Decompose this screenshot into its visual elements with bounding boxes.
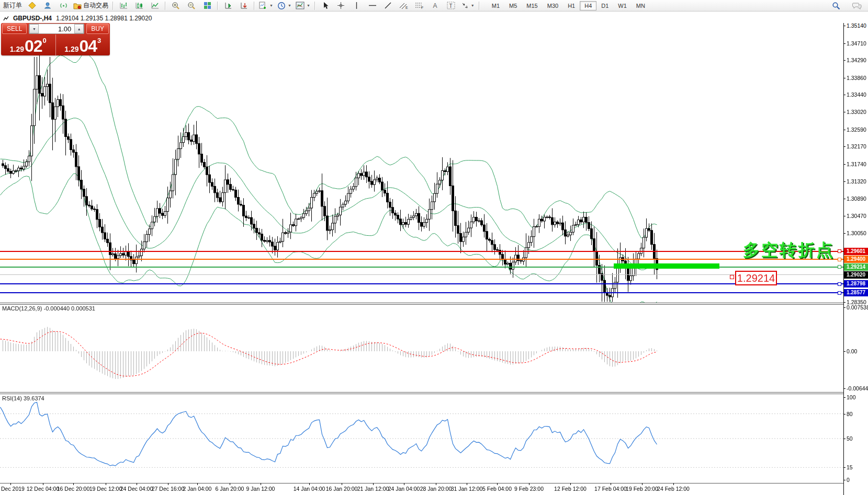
svg-text:E: E <box>405 6 408 9</box>
timeframe-button-mn[interactable]: MN <box>632 1 650 10</box>
price-level-line[interactable] <box>0 259 843 260</box>
toolbar-separator <box>479 2 480 10</box>
panel-separator[interactable] <box>0 303 843 305</box>
cursor-icon[interactable] <box>318 0 333 11</box>
highlight-zone[interactable] <box>614 263 719 269</box>
rsi-axis-tick <box>843 414 846 415</box>
new-chart-button[interactable]: ▼ <box>257 0 275 11</box>
signals-icon[interactable] <box>55 0 71 11</box>
search-icon[interactable] <box>828 0 844 11</box>
trendline-icon[interactable] <box>380 0 396 11</box>
level-endpoint-marker[interactable] <box>838 265 841 269</box>
main-toolbar: 新订单 自动交易 <box>0 0 868 11</box>
vertical-line-icon[interactable] <box>349 0 365 11</box>
volume-decrease-button[interactable]: ▼ <box>29 24 39 33</box>
price-level-line[interactable] <box>0 292 843 293</box>
time-axis-tick <box>467 483 467 485</box>
volume-input[interactable] <box>39 25 74 33</box>
chevron-down-icon: ▼ <box>471 4 475 7</box>
gold-icon[interactable] <box>24 0 40 11</box>
arrows-tool-icon[interactable]: ▼ <box>459 0 477 11</box>
level-endpoint-marker[interactable] <box>838 282 841 286</box>
panel-separator[interactable] <box>0 392 843 394</box>
sell-button[interactable]: SELL <box>2 24 27 34</box>
timeframe-button-h4[interactable]: H4 <box>580 1 596 10</box>
zoom-in-icon[interactable] <box>168 0 184 11</box>
tile-windows-icon[interactable] <box>199 0 215 11</box>
time-axis-label: 16 Dec 20:00 <box>57 486 89 492</box>
price-axis-tick <box>843 233 846 234</box>
time-axis-label: 2 Jan 04:00 <box>183 486 212 492</box>
zoom-out-icon[interactable] <box>184 0 199 11</box>
price-axis-label: 1.32170 <box>847 143 868 149</box>
toolbar-separator <box>112 2 114 10</box>
timeframe-button-d1[interactable]: D1 <box>596 1 613 10</box>
level-endpoint-marker[interactable] <box>838 249 841 253</box>
indicator-window2-icon[interactable] <box>236 0 252 11</box>
equidistant-channel-icon[interactable]: E <box>396 0 412 11</box>
time-axis-label: Dec 2019 <box>1 486 25 492</box>
time-axis-tick <box>373 483 374 485</box>
price-axis-label: 1.34710 <box>847 40 868 47</box>
fibonacci-icon[interactable]: F <box>412 0 427 11</box>
price-axis-tick <box>843 130 846 130</box>
new-order-button[interactable]: 新订单 <box>1 0 24 11</box>
time-axis-tick <box>404 483 404 485</box>
macd-axis-tick <box>843 388 846 389</box>
level-endpoint-marker[interactable] <box>838 291 841 295</box>
time-axis-tick <box>73 483 74 485</box>
community-icon[interactable] <box>40 0 55 11</box>
rsi-axis-tick <box>843 439 846 439</box>
time-axis-label: 12 Dec 04:00 <box>27 486 59 492</box>
horizontal-line-icon[interactable] <box>365 0 380 11</box>
buy-price[interactable]: 1.29 04 3 <box>56 34 110 55</box>
indicator-window-icon[interactable] <box>220 0 236 11</box>
time-axis-tick <box>642 483 642 485</box>
volume-increase-button[interactable]: ▲ <box>74 24 84 33</box>
price-axis-tick <box>843 146 846 147</box>
timeframe-button-m5[interactable]: M5 <box>504 1 522 10</box>
text-tool-icon[interactable]: A <box>427 0 443 11</box>
time-axis-label: 19 Dec 12:00 <box>89 486 122 492</box>
autotrade-button[interactable]: 自动交易 <box>71 0 110 11</box>
price-level-line[interactable] <box>0 283 843 284</box>
line-chart-icon[interactable] <box>147 0 163 11</box>
time-axis-tick <box>570 483 571 485</box>
price-axis-tick <box>843 95 846 95</box>
price-level-tag: 1.29020 <box>844 271 868 279</box>
clock-icon[interactable]: ▼ <box>275 0 294 11</box>
price-axis-tick <box>843 60 846 61</box>
rsi-axis-tick <box>843 397 846 398</box>
price-axis-label: 1.33860 <box>847 75 868 81</box>
crosshair-icon[interactable] <box>333 0 349 11</box>
chart-title-bar: GBPUSD-,H4 1.29104 1.29135 1.28981 1.290… <box>3 15 152 22</box>
buy-price-prefix: 1.29 <box>64 44 78 54</box>
time-axis-label: 9 Jan 12:00 <box>246 486 275 492</box>
timeframe-button-h1[interactable]: H1 <box>563 1 580 10</box>
rsi-indicator-label: RSI(14) 39.6374 <box>2 395 44 401</box>
pivot-annotation[interactable]: 多空转折点 <box>743 239 835 262</box>
chart-profiles-icon[interactable]: ▼ <box>294 0 312 11</box>
time-axis-label: 17 Feb 04:00 <box>594 486 627 492</box>
price-level-line[interactable] <box>0 274 843 275</box>
time-axis-tick <box>436 483 436 485</box>
level-endpoint-marker[interactable] <box>838 258 841 261</box>
buy-button[interactable]: BUY <box>86 24 109 34</box>
price-axis-label: 1.33020 <box>847 109 868 115</box>
chat-icon[interactable] <box>849 0 865 11</box>
timeframe-button-m15[interactable]: M15 <box>522 1 542 10</box>
chevron-down-icon: ▼ <box>288 4 291 7</box>
price-level-line[interactable] <box>0 251 843 252</box>
price-callout-box[interactable]: 1.29214 <box>735 271 777 285</box>
time-axis-tick <box>106 483 106 485</box>
text-label-icon[interactable]: T <box>443 0 459 11</box>
sell-price[interactable]: 1.29 02 0 <box>1 34 56 55</box>
candlestick-icon[interactable] <box>131 0 147 11</box>
time-axis-label: 28 Jan 20:00 <box>420 486 452 492</box>
timeframe-button-m30[interactable]: M30 <box>543 1 563 10</box>
chart-symbol-period: GBPUSD-,H4 <box>13 15 52 22</box>
timeframe-button-m1[interactable]: M1 <box>487 1 504 10</box>
bar-chart-icon[interactable] <box>116 0 131 11</box>
timeframe-button-w1[interactable]: W1 <box>613 1 632 10</box>
time-axis-tick <box>137 483 137 485</box>
